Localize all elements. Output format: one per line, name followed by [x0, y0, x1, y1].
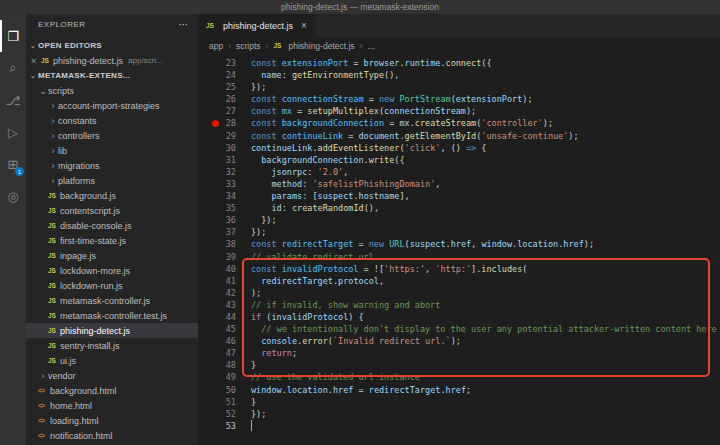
line-number[interactable]: 34 — [198, 190, 236, 202]
file-home-html[interactable]: <>home.html — [26, 398, 198, 413]
extensions-icon[interactable]: ⊞1 — [0, 148, 26, 180]
code-line[interactable]: 49// use the validated url instance — [198, 371, 720, 383]
code-line[interactable]: 27const mx = setupMultiplex(connectionSt… — [198, 105, 720, 117]
code-line[interactable]: 40const invalidProtocol = !['https:', 'h… — [198, 263, 720, 275]
code-line[interactable]: 52}); — [198, 408, 720, 420]
breakpoint-icon[interactable] — [212, 120, 219, 127]
folder-controllers[interactable]: ›controllers — [26, 128, 198, 143]
file-contentscript-js[interactable]: JScontentscript.js — [26, 203, 198, 218]
code-line[interactable]: 50window.location.href = redirectTarget.… — [198, 384, 720, 396]
line-number[interactable]: 49 — [198, 371, 236, 383]
code-line[interactable]: 28const backgroundConnection = mx.create… — [198, 117, 720, 129]
code-line[interactable]: 38const redirectTarget = new URL(suspect… — [198, 238, 720, 250]
folder-migrations[interactable]: ›migrations — [26, 158, 198, 173]
breadcrumb-item[interactable]: ... — [367, 41, 374, 51]
line-number[interactable]: 52 — [198, 408, 236, 420]
line-number[interactable]: 25 — [198, 81, 236, 93]
line-number[interactable]: 29 — [198, 130, 236, 142]
file-loading-html[interactable]: <>loading.html — [26, 413, 198, 428]
file-notification-html[interactable]: <>notification.html — [26, 428, 198, 443]
search-icon[interactable]: ⌕ — [0, 52, 26, 84]
folder-lib[interactable]: ›lib — [26, 143, 198, 158]
code-line[interactable]: 47 return; — [198, 347, 720, 359]
line-number[interactable]: 35 — [198, 202, 236, 214]
code-line[interactable]: 45 // we intentionally don't display to … — [198, 323, 720, 335]
line-number[interactable]: 48 — [198, 359, 236, 371]
folder-account-import-strategies[interactable]: ›account-import-strategies — [26, 98, 198, 113]
code-editor[interactable]: 23const extensionPort = browser.runtime.… — [198, 54, 720, 445]
line-number[interactable]: 44 — [198, 311, 236, 323]
close-icon[interactable]: × — [31, 56, 41, 66]
code-line[interactable]: 37}); — [198, 226, 720, 238]
breadcrumb-item[interactable]: app — [209, 41, 223, 51]
file-metamask-controller-test-js[interactable]: JSmetamask-controller.test.js — [26, 308, 198, 323]
code-line[interactable]: 29const continueLink = document.getEleme… — [198, 130, 720, 142]
code-line[interactable]: 25}); — [198, 81, 720, 93]
code-line[interactable]: 32 jsonrpc: '2.0', — [198, 166, 720, 178]
source-control-icon[interactable]: ⎇ — [0, 84, 26, 116]
code-line[interactable]: 41 redirectTarget.protocol, — [198, 275, 720, 287]
line-number[interactable]: 42 — [198, 287, 236, 299]
file-ui-js[interactable]: JSui.js — [26, 353, 198, 368]
code-line[interactable]: 35 id: createRandomId(), — [198, 202, 720, 214]
line-number[interactable]: 41 — [198, 275, 236, 287]
microphone-icon[interactable]: ◎ — [0, 180, 26, 212]
code-line[interactable]: 36 }); — [198, 214, 720, 226]
code-line[interactable]: 26const connectionStream = new PortStrea… — [198, 93, 720, 105]
line-number[interactable]: 39 — [198, 251, 236, 263]
folder-scripts[interactable]: ⌄scripts — [26, 83, 198, 98]
file-lockdown-more-js[interactable]: JSlockdown-more.js — [26, 263, 198, 278]
line-number[interactable]: 37 — [198, 226, 236, 238]
workspace-root-header[interactable]: ⌄ METAMASK-EXTENS... — [26, 68, 198, 83]
line-number[interactable]: 23 — [198, 57, 236, 69]
code-line[interactable]: 34 params: [suspect.hostname], — [198, 190, 720, 202]
code-line[interactable]: 43// if invalid, show warning and abort — [198, 299, 720, 311]
code-line[interactable]: 31 backgroundConnection.write({ — [198, 154, 720, 166]
line-number[interactable]: 45 — [198, 323, 236, 335]
file-lockdown-run-js[interactable]: JSlockdown-run.js — [26, 278, 198, 293]
line-number[interactable]: 32 — [198, 166, 236, 178]
explorer-icon[interactable]: ❐ — [0, 20, 26, 52]
code-line[interactable]: 30continueLink.addEventListener('click',… — [198, 142, 720, 154]
code-line[interactable]: 53 — [198, 420, 720, 432]
line-number[interactable]: 27 — [198, 105, 236, 117]
line-number[interactable]: 40 — [198, 263, 236, 275]
line-number[interactable]: 50 — [198, 384, 236, 396]
line-number[interactable]: 30 — [198, 142, 236, 154]
code-line[interactable]: 23const extensionPort = browser.runtime.… — [198, 57, 720, 69]
open-editor-item[interactable]: ×JSphishing-detect.jsapp/scri... — [26, 53, 198, 68]
file-sentry-install-js[interactable]: JSsentry-install.js — [26, 338, 198, 353]
line-number[interactable]: 46 — [198, 335, 236, 347]
file-phishing-detect-js[interactable]: JSphishing-detect.js — [26, 323, 198, 338]
line-number[interactable]: 28 — [198, 117, 236, 129]
line-number[interactable]: 33 — [198, 178, 236, 190]
code-line[interactable]: 46 console.error(`Invalid redirect url.`… — [198, 335, 720, 347]
code-line[interactable]: 44if (invalidProtocol) { — [198, 311, 720, 323]
line-number[interactable]: 26 — [198, 93, 236, 105]
open-editors-header[interactable]: ⌄ OPEN EDITORS — [26, 38, 198, 53]
file-first-time-state-js[interactable]: JSfirst-time-state.js — [26, 233, 198, 248]
file-background-html[interactable]: <>background.html — [26, 383, 198, 398]
line-number[interactable]: 47 — [198, 347, 236, 359]
line-number[interactable]: 53 — [198, 420, 236, 432]
run-debug-icon[interactable]: ▷ — [0, 116, 26, 148]
code-line[interactable]: 51} — [198, 396, 720, 408]
code-line[interactable]: 39// validate redirect url — [198, 251, 720, 263]
line-number[interactable]: 31 — [198, 154, 236, 166]
line-number[interactable]: 43 — [198, 299, 236, 311]
line-number[interactable]: 38 — [198, 238, 236, 250]
file-metamask-controller-js[interactable]: JSmetamask-controller.js — [26, 293, 198, 308]
folder-constants[interactable]: ›constants — [26, 113, 198, 128]
code-line[interactable]: 48} — [198, 359, 720, 371]
folder-platforms[interactable]: ›platforms — [26, 173, 198, 188]
code-line[interactable]: 42); — [198, 287, 720, 299]
file-disable-console-js[interactable]: JSdisable-console.js — [26, 218, 198, 233]
file-inpage-js[interactable]: JSinpage.js — [26, 248, 198, 263]
line-number[interactable]: 36 — [198, 214, 236, 226]
close-icon[interactable]: × — [301, 20, 307, 31]
more-actions-icon[interactable]: ⋯ — [179, 19, 190, 30]
line-number[interactable]: 51 — [198, 396, 236, 408]
file-background-js[interactable]: JSbackground.js — [26, 188, 198, 203]
breadcrumb-item[interactable]: JSphishing-detect.js — [273, 41, 354, 51]
folder-vendor[interactable]: ›vendor — [26, 368, 198, 383]
